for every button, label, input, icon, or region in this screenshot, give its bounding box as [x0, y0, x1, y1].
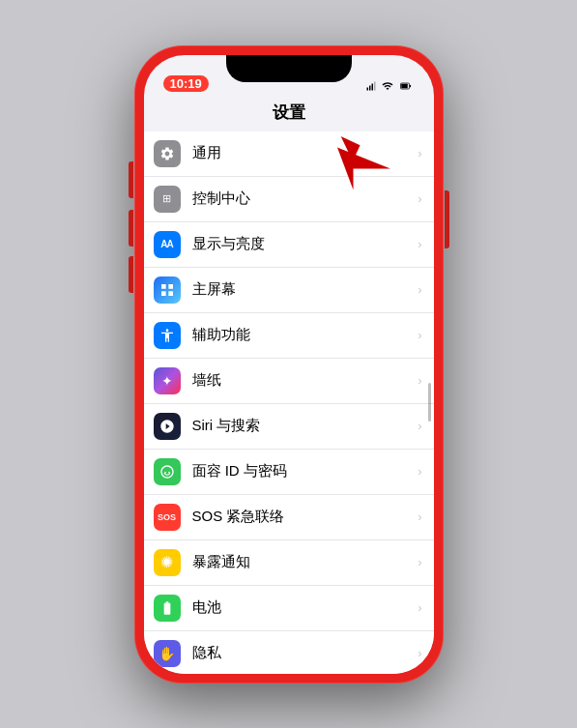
control-center-label: 控制中心 — [192, 189, 415, 208]
grid-icon — [159, 282, 175, 298]
signal-icon — [366, 80, 378, 92]
battery-icon — [397, 80, 415, 92]
home-screen-icon — [154, 277, 181, 304]
status-time: 10:19 — [163, 75, 209, 92]
phone-frame: 10:19 设置 — [134, 45, 444, 684]
svg-rect-3 — [374, 81, 376, 90]
sos-icon: SOS — [154, 504, 181, 531]
control-center-chevron: › — [418, 191, 421, 206]
phone-screen: 10:19 设置 — [144, 55, 434, 674]
status-icons — [366, 80, 415, 92]
exposure-label: 暴露通知 — [192, 553, 415, 571]
exposure-icon: ✺ — [154, 549, 181, 576]
settings-item-control-center[interactable]: ⊞ 控制中心 › — [144, 177, 434, 222]
display-chevron: › — [418, 237, 421, 251]
wallpaper-chevron: › — [418, 373, 421, 388]
arrow-svg — [337, 147, 390, 190]
settings-item-face-id[interactable]: 面容 ID 与密码 › — [144, 450, 434, 495]
section-main: 通用 › ⊞ 控制中心 › AA 显示与亮度 › 主屏幕 — [144, 131, 434, 674]
home-screen-chevron: › — [418, 282, 421, 297]
settings-item-exposure[interactable]: ✺ 暴露通知 › — [144, 540, 434, 586]
general-chevron: › — [418, 146, 421, 160]
face-id-svg — [159, 464, 175, 480]
svg-rect-5 — [401, 83, 408, 88]
svg-rect-1 — [369, 85, 371, 90]
sos-chevron: › — [418, 510, 421, 524]
wallpaper-label: 墙纸 — [192, 371, 415, 390]
svg-rect-0 — [366, 87, 368, 90]
battery-svg — [159, 600, 175, 616]
nav-title: 设置 — [144, 98, 434, 131]
svg-marker-7 — [337, 147, 390, 189]
settings-item-privacy[interactable]: ✋ 隐私 › — [144, 631, 434, 674]
control-center-icon: ⊞ — [154, 186, 181, 213]
display-label: 显示与亮度 — [192, 235, 415, 253]
face-id-label: 面容 ID 与密码 — [192, 462, 415, 480]
siri-icon — [154, 413, 181, 440]
battery-chevron: › — [418, 600, 421, 615]
face-id-icon — [154, 458, 181, 485]
wifi-icon — [382, 80, 393, 92]
exposure-chevron: › — [418, 555, 421, 569]
notch — [226, 55, 352, 82]
home-screen-label: 主屏幕 — [192, 280, 415, 299]
settings-list[interactable]: 通用 › ⊞ 控制中心 › AA 显示与亮度 › 主屏幕 — [144, 131, 434, 674]
wallpaper-icon-el: ✦ — [154, 367, 181, 394]
settings-item-general[interactable]: 通用 › — [144, 131, 434, 177]
settings-item-wallpaper[interactable]: ✦ 墙纸 › — [144, 359, 434, 404]
battery-setting-icon — [154, 595, 181, 622]
siri-chevron: › — [418, 419, 421, 433]
siri-label: Siri 与搜索 — [192, 417, 415, 435]
siri-svg — [159, 419, 175, 434]
privacy-chevron: › — [418, 646, 421, 660]
settings-item-siri[interactable]: Siri 与搜索 › — [144, 404, 434, 450]
accessibility-label: 辅助功能 — [192, 326, 415, 344]
gear-icon — [159, 146, 175, 161]
sos-label: SOS 紧急联络 — [192, 508, 415, 526]
svg-rect-2 — [371, 83, 373, 90]
face-id-chevron: › — [418, 464, 421, 479]
scroll-indicator — [428, 383, 431, 422]
settings-item-battery[interactable]: 电池 › — [144, 586, 434, 631]
battery-label: 电池 — [192, 598, 415, 617]
accessibility-svg — [159, 328, 175, 343]
settings-item-sos[interactable]: SOS SOS 紧急联络 › — [144, 495, 434, 540]
privacy-icon: ✋ — [154, 640, 181, 667]
svg-rect-6 — [410, 84, 411, 87]
accessibility-chevron: › — [418, 328, 421, 342]
accessibility-icon — [154, 322, 181, 349]
settings-item-accessibility[interactable]: 辅助功能 › — [144, 313, 434, 359]
settings-item-home-screen[interactable]: 主屏幕 › — [144, 268, 434, 313]
general-icon — [154, 140, 181, 167]
privacy-label: 隐私 — [192, 644, 415, 662]
settings-item-display[interactable]: AA 显示与亮度 › — [144, 222, 434, 268]
display-icon: AA — [154, 231, 181, 258]
